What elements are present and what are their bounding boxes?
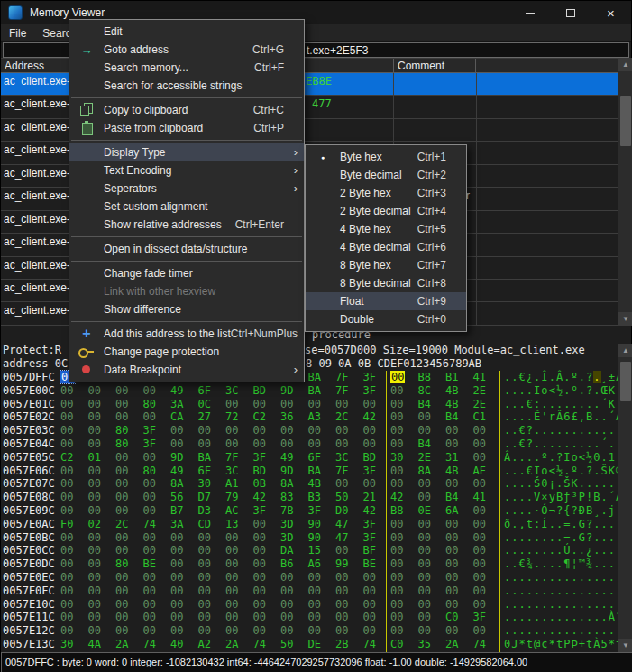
hex-byte[interactable]: 00 <box>418 531 431 544</box>
hex-byte[interactable]: 00 <box>390 571 403 584</box>
hex-byte[interactable]: 00 <box>280 424 293 437</box>
hex-ascii[interactable]: ................ <box>504 571 623 584</box>
hex-byte[interactable]: 00 <box>198 624 211 637</box>
hex-byte[interactable]: 00 <box>88 571 101 584</box>
hex-byte[interactable]: 00 <box>418 624 431 637</box>
hex-byte[interactable]: BE <box>143 557 156 570</box>
menu-item-change-fade-timer[interactable]: Change fade timer <box>69 264 304 282</box>
hex-byte[interactable]: 00 <box>115 398 128 410</box>
hex-byte[interactable]: 00 <box>143 624 156 637</box>
hex-byte[interactable]: 80 <box>115 424 128 437</box>
hex-byte[interactable]: 00 <box>143 451 156 464</box>
hex-byte[interactable]: 00 <box>60 384 73 397</box>
hex-byte[interactable]: 00 <box>473 557 486 570</box>
hex-byte[interactable]: 00 <box>280 571 293 584</box>
hex-byte[interactable]: 00 <box>60 477 73 490</box>
hex-byte[interactable]: 3F <box>308 504 321 517</box>
hex-byte[interactable]: 74 <box>143 518 156 530</box>
hex-byte[interactable]: 00 <box>363 437 376 450</box>
hex-byte[interactable]: 00 <box>60 491 73 503</box>
hex-byte[interactable]: 3A <box>170 398 183 410</box>
hex-byte[interactable]: 00 <box>445 437 458 450</box>
hex-byte[interactable]: 3F <box>473 611 486 623</box>
hex-byte[interactable]: BA <box>308 465 321 477</box>
hex-byte[interactable]: 00 <box>115 544 128 557</box>
hex-byte[interactable]: 31 <box>445 451 458 464</box>
hex-byte[interactable]: B8 <box>390 504 403 517</box>
hex-byte[interactable]: B3 <box>308 491 321 503</box>
hex-byte[interactable]: 00 <box>335 477 348 490</box>
hex-byte[interactable]: 4B <box>445 465 458 477</box>
hex-byte[interactable]: 00 <box>363 624 376 637</box>
hex-byte[interactable]: 00 <box>418 611 431 623</box>
hex-byte[interactable]: 00 <box>335 437 348 450</box>
hex-byte[interactable]: BE <box>363 557 376 570</box>
hex-byte[interactable]: 00 <box>143 531 156 544</box>
hex-byte[interactable]: 00 <box>390 465 403 477</box>
hex-byte[interactable]: 00 <box>253 585 266 597</box>
hex-byte[interactable]: 80 <box>115 557 128 570</box>
hex-byte[interactable]: 00 <box>143 410 156 423</box>
hex-ascii[interactable]: ..............À? <box>504 611 623 623</box>
hex-byte[interactable]: 00 <box>473 585 486 597</box>
hex-byte[interactable]: D0 <box>335 504 348 517</box>
hex-byte[interactable]: 00 <box>308 611 321 623</box>
hex-byte[interactable]: 00 <box>418 491 431 503</box>
hex-byte[interactable]: 00 <box>88 398 101 410</box>
hex-byte[interactable]: 3F <box>363 371 376 383</box>
hex-byte[interactable]: 6F <box>198 465 211 477</box>
hex-byte[interactable]: 2B <box>335 638 348 650</box>
hex-byte[interactable]: 00 <box>115 465 128 477</box>
hex-byte[interactable]: 2E <box>473 384 486 397</box>
hex-byte[interactable]: 00 <box>308 398 321 410</box>
minimize-button[interactable] <box>509 1 550 24</box>
hex-byte[interactable]: 00 <box>60 611 73 623</box>
hex-byte[interactable]: 00 <box>88 598 101 611</box>
hex-byte[interactable]: B8 <box>418 371 431 383</box>
hex-byte[interactable]: 00 <box>60 571 73 584</box>
hex-ascii[interactable]: ..€¿.Î.Â.º.?.¸±A <box>504 371 623 383</box>
hex-byte[interactable]: 00 <box>88 477 101 490</box>
hex-byte[interactable]: 00 <box>88 491 101 503</box>
hex-byte[interactable]: 00 <box>308 598 321 611</box>
hex-byte[interactable]: 00 <box>445 624 458 637</box>
hex-byte[interactable]: A1 <box>225 477 238 490</box>
hex-byte[interactable]: 00 <box>88 624 101 637</box>
hex-byte[interactable]: CD <box>198 518 211 530</box>
disasm-scrollbar[interactable]: ▲ ▼ <box>618 58 632 326</box>
hex-byte[interactable]: 00 <box>60 544 73 557</box>
hex-byte[interactable]: 8A <box>418 465 431 477</box>
hex-byte[interactable]: 00 <box>88 410 101 423</box>
hex-byte[interactable]: 7F <box>335 371 348 383</box>
hex-byte[interactable]: 30 <box>390 451 403 464</box>
hex-byte[interactable]: 3D <box>280 518 293 530</box>
hex-byte[interactable]: 49 <box>170 384 183 397</box>
hex-byte[interactable]: 00 <box>225 398 238 410</box>
hex-byte[interactable]: 00 <box>115 598 128 611</box>
hex-byte[interactable]: 00 <box>418 477 431 490</box>
hex-byte[interactable]: 80 <box>143 465 156 477</box>
hex-byte[interactable]: 00 <box>335 571 348 584</box>
hex-byte[interactable]: 30 <box>60 638 73 650</box>
hex-byte[interactable]: 00 <box>225 531 238 544</box>
hex-byte[interactable]: 36 <box>280 410 293 423</box>
hex-byte[interactable]: 74 <box>473 638 486 650</box>
hex-ascii[interactable]: ..€¾....¶¦™¾.... <box>504 557 623 570</box>
hex-byte[interactable]: 0B <box>253 477 266 490</box>
hex-byte[interactable]: 2A <box>445 638 458 650</box>
hex-ascii[interactable]: ð.,t:Í..=.G?.... <box>504 518 623 530</box>
hex-byte[interactable]: 00 <box>390 585 403 597</box>
hex-byte[interactable]: 00 <box>253 531 266 544</box>
hex-byte[interactable]: 2A <box>225 638 238 650</box>
hex-byte[interactable]: 56 <box>170 491 183 503</box>
hex-byte[interactable]: B4 <box>445 410 458 423</box>
hex-byte[interactable]: 00 <box>88 557 101 570</box>
hex-byte[interactable]: 00 <box>390 518 403 530</box>
hex-byte[interactable]: 00 <box>390 557 403 570</box>
hex-byte[interactable]: 00 <box>390 624 403 637</box>
hex-byte[interactable]: 4B <box>445 384 458 397</box>
hex-byte[interactable]: 80 <box>115 437 128 450</box>
hex-byte[interactable]: 00 <box>88 437 101 450</box>
hex-byte[interactable]: 7F <box>335 384 348 397</box>
hex-ascii[interactable]: ....V×yBƒ³P!B.´A <box>504 491 623 503</box>
